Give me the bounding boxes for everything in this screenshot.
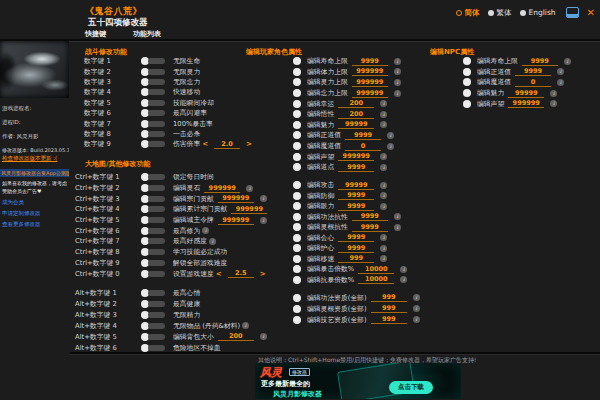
value-field[interactable]: 99999 xyxy=(338,181,374,190)
toggle-radio[interactable] xyxy=(293,131,301,139)
stepper-decrease[interactable]: < xyxy=(202,140,208,148)
membership-link[interactable]: 成为会员 xyxy=(0,199,69,206)
toggle-switch[interactable] xyxy=(141,322,165,330)
value-field[interactable]: 999999 xyxy=(352,67,388,76)
stepper-decrease[interactable]: < xyxy=(216,270,222,278)
toggle-radio[interactable] xyxy=(293,100,301,108)
value-field[interactable]: 9999 xyxy=(515,67,551,76)
toggle-radio[interactable] xyxy=(293,294,301,302)
value-field[interactable]: 999 xyxy=(371,315,407,324)
value-field[interactable]: 9999 xyxy=(522,57,558,66)
value-field[interactable]: 999 xyxy=(371,304,407,313)
value-field[interactable]: 9999 xyxy=(352,57,388,66)
stepper-value[interactable]: 2.5 xyxy=(228,269,254,278)
toggle-radio[interactable] xyxy=(293,276,301,284)
value-field[interactable]: 999 xyxy=(338,254,374,263)
value-field[interactable]: 999 xyxy=(371,293,407,302)
value-field[interactable]: 200 xyxy=(338,99,374,108)
toggle-radio[interactable] xyxy=(293,163,301,171)
value-field[interactable]: 9999 xyxy=(338,244,374,253)
value-field[interactable]: 9999 xyxy=(338,202,374,211)
toggle-switch[interactable] xyxy=(141,248,165,256)
value-field[interactable]: 999999 xyxy=(352,89,388,98)
value-field[interactable]: 999999 xyxy=(204,184,240,193)
toggle-radio[interactable] xyxy=(293,192,301,200)
toggle-radio[interactable] xyxy=(293,121,301,129)
value-field[interactable]: 999999 xyxy=(218,194,254,203)
toggle-radio[interactable] xyxy=(463,100,471,108)
language-option-简体[interactable]: 简体 xyxy=(456,8,480,18)
language-option-繁体[interactable]: 繁体 xyxy=(488,8,512,18)
toggle-switch[interactable] xyxy=(141,195,165,203)
toggle-switch[interactable] xyxy=(141,78,165,86)
toggle-switch[interactable] xyxy=(141,109,165,117)
toggle-radio[interactable] xyxy=(463,57,471,65)
toggle-radio[interactable] xyxy=(293,316,301,324)
toggle-radio[interactable] xyxy=(293,234,301,242)
toggle-switch[interactable] xyxy=(141,259,165,267)
toggle-switch[interactable] xyxy=(141,227,165,235)
toggle-switch[interactable] xyxy=(141,311,165,319)
value-field[interactable]: 9999 xyxy=(338,191,374,200)
download-ad-banner[interactable]: 风灵 修改器 更多最新最全的 风灵月影修改器 点击下载 xyxy=(255,363,461,399)
toggle-switch[interactable] xyxy=(141,205,165,213)
toggle-radio[interactable] xyxy=(293,153,301,161)
close-button[interactable]: ✕ xyxy=(587,8,595,18)
toggle-radio[interactable] xyxy=(463,78,471,86)
language-option-english[interactable]: English xyxy=(520,8,556,18)
value-field[interactable]: 999999 xyxy=(218,216,254,225)
toggle-radio[interactable] xyxy=(293,78,301,86)
value-field[interactable]: 9999 xyxy=(338,163,374,172)
toggle-switch[interactable] xyxy=(141,300,165,308)
banner-download-button[interactable]: 点击下载 xyxy=(389,381,433,394)
value-field[interactable]: 999999 xyxy=(338,152,374,161)
minimize-button[interactable] xyxy=(566,7,579,18)
toggle-radio[interactable] xyxy=(293,255,301,263)
value-field[interactable]: 9999 xyxy=(338,233,374,242)
value-field[interactable]: 10000 xyxy=(358,275,394,284)
check-update-link[interactable]: 检查修改器版本更新 :( xyxy=(0,155,69,162)
value-field[interactable]: 200 xyxy=(218,332,254,341)
toggle-radio[interactable] xyxy=(293,265,301,273)
value-field[interactable]: 99999 xyxy=(508,89,544,98)
value-field[interactable]: 99999 xyxy=(338,120,374,129)
toggle-switch[interactable] xyxy=(141,237,165,245)
value-field[interactable]: 999999 xyxy=(231,205,267,214)
value-field[interactable]: 999999 xyxy=(352,78,388,87)
toggle-switch[interactable] xyxy=(141,216,165,224)
toggle-switch[interactable] xyxy=(141,173,165,181)
toggle-radio[interactable] xyxy=(293,181,301,189)
toggle-switch[interactable] xyxy=(141,88,165,96)
toggle-radio[interactable] xyxy=(293,142,301,150)
toggle-switch[interactable] xyxy=(141,184,165,192)
stepper-value[interactable]: 2.0 xyxy=(214,140,240,149)
app-collection-link[interactable]: 风灵月影修改器合集App公测版 xyxy=(0,169,69,177)
toggle-switch[interactable] xyxy=(141,99,165,107)
toggle-switch[interactable] xyxy=(141,333,165,341)
toggle-radio[interactable] xyxy=(293,68,301,76)
toggle-switch[interactable] xyxy=(141,57,165,65)
toggle-radio[interactable] xyxy=(293,213,301,221)
value-field[interactable]: 999999 xyxy=(508,99,544,108)
stepper-increase[interactable]: > xyxy=(246,140,252,148)
value-field[interactable]: 10000 xyxy=(358,265,394,274)
value-field[interactable]: 9999 xyxy=(352,223,388,232)
toggle-switch[interactable] xyxy=(141,120,165,128)
toggle-switch[interactable] xyxy=(141,130,165,138)
toggle-radio[interactable] xyxy=(463,89,471,97)
toggle-switch[interactable] xyxy=(141,270,165,278)
custom-trainer-link[interactable]: 申请定制修改器 xyxy=(0,210,69,217)
toggle-radio[interactable] xyxy=(293,57,301,65)
stepper-increase[interactable]: > xyxy=(260,270,266,278)
toggle-switch[interactable] xyxy=(141,344,165,352)
toggle-radio[interactable] xyxy=(293,89,301,97)
value-field[interactable]: 0 xyxy=(515,78,551,87)
toggle-radio[interactable] xyxy=(293,110,301,118)
toggle-switch[interactable] xyxy=(141,140,165,148)
toggle-switch[interactable] xyxy=(141,289,165,297)
toggle-switch[interactable] xyxy=(141,68,165,76)
toggle-radio[interactable] xyxy=(463,68,471,76)
value-field[interactable]: 0 xyxy=(345,142,381,151)
value-field[interactable]: 200 xyxy=(338,110,374,119)
more-trainers-link[interactable]: 查看更多修改器 xyxy=(0,221,69,228)
